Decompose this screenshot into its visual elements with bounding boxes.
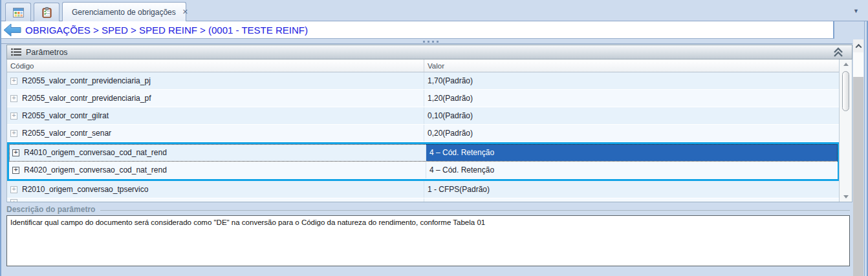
table-row[interactable]: R2010_origem_conversao_tpservico 1 - CFP…: [7, 181, 840, 198]
window-vertical-scrollbar[interactable]: [853, 39, 863, 276]
parameter-code: R2055_valor_contr_previdenciaria_pj: [22, 76, 151, 85]
parameter-value: 4 – Cód. Retenção: [429, 165, 494, 175]
expand-icon[interactable]: [10, 112, 17, 120]
description-text-box: Identificar qual campo do documento será…: [6, 215, 850, 266]
panel-title: Parâmetros: [26, 48, 828, 57]
double-chevron-up-icon: [832, 47, 844, 58]
parameter-value: 0,10(Padrão): [428, 111, 473, 120]
table-row[interactable]: R2055_valor_contr_previdenciaria_pf 1,20…: [7, 90, 840, 107]
column-header-codigo[interactable]: Código: [7, 59, 424, 72]
expand-icon[interactable]: [12, 167, 19, 174]
description-text: Identificar qual campo do documento será…: [10, 218, 485, 226]
parameters-grid: Código Valor R2055_valor_contr_previdenc…: [6, 59, 852, 202]
breadcrumb: OBRIGAÇÕES > SPED > SPED REINF > (0001 -…: [25, 25, 308, 36]
window-scrollbar-thumb[interactable]: [853, 52, 863, 77]
parameters-panel: Parâmetros Código Valor R2055_valor_cont…: [6, 45, 852, 202]
partial-table-row[interactable]: [7, 198, 840, 202]
tab-task-list[interactable]: [34, 3, 60, 21]
scroll-down-icon[interactable]: [840, 192, 852, 202]
table-row[interactable]: R4010_origem_conversao_cod_nat_rend 4 – …: [9, 144, 838, 162]
parameter-value: 1,70(Padrão): [428, 76, 473, 85]
expand-icon[interactable]: [10, 78, 17, 85]
tab-overflow-dropdown-icon[interactable]: ▼: [853, 8, 859, 14]
list-icon: [11, 48, 21, 56]
parameter-code: R2055_valor_contr_senar: [22, 129, 111, 138]
app-grid-icon: [13, 8, 24, 17]
expand-icon[interactable]: [10, 130, 17, 137]
tasklist-icon: [42, 7, 52, 18]
grid-vertical-scrollbar[interactable]: [839, 59, 852, 202]
scroll-up-icon[interactable]: [840, 59, 852, 69]
window-scroll-up-icon[interactable]: [853, 39, 863, 52]
back-arrow-icon[interactable]: [3, 23, 21, 37]
description-label-rule: [100, 210, 850, 211]
description-label: Descrição do parâmetro: [6, 205, 95, 214]
parameter-code: R4010_origem_conversao_cod_nat_rend: [24, 148, 167, 157]
table-row[interactable]: R2055_valor_contr_senar 0,20(Padrão): [7, 125, 840, 142]
window-right-frame: [864, 21, 868, 276]
parameter-value: 1,20(Padrão): [428, 94, 473, 103]
expand-icon[interactable]: [10, 95, 17, 102]
expand-icon[interactable]: [10, 186, 17, 193]
app-window: Gerenciamento de obrigações ✕ ▼ OBRIGAÇÕ…: [1, 0, 868, 276]
table-row[interactable]: R4020_origem_conversao_cod_nat_rend 4 – …: [9, 162, 838, 179]
horizontal-splitter[interactable]: [1, 39, 852, 44]
parameter-value: 1 - CFPS(Padrão): [428, 185, 490, 194]
grid-scrollbar-thumb[interactable]: [842, 71, 849, 111]
collapse-panel-button[interactable]: [832, 47, 844, 58]
expand-icon: [10, 199, 17, 202]
grid-column-headers: Código Valor: [7, 59, 840, 72]
breadcrumb-bar: OBRIGAÇÕES > SPED > SPED REINF > (0001 -…: [1, 21, 834, 39]
parameter-code: R2055_valor_contr_gilrat: [22, 111, 109, 120]
grid-data-area: Código Valor R2055_valor_contr_previdenc…: [7, 59, 840, 202]
expand-icon[interactable]: [12, 149, 19, 156]
parameter-code: R4020_origem_conversao_cod_nat_rend: [24, 165, 167, 175]
tab-gerenciamento-de-obrigacoes[interactable]: Gerenciamento de obrigações ✕: [62, 2, 186, 21]
close-icon[interactable]: ✕: [182, 8, 188, 16]
tab-bar: Gerenciamento de obrigações ✕ ▼: [1, 0, 868, 21]
table-row[interactable]: R2055_valor_contr_gilrat 0,10(Padrão): [7, 107, 840, 125]
tab-app-grid[interactable]: [5, 3, 31, 21]
splitter-grip-dots: [423, 41, 440, 43]
description-label-row: Descrição do parâmetro: [6, 205, 850, 214]
parameter-code: R2010_origem_conversao_tpservico: [22, 185, 148, 194]
parameter-value: 0,20(Padrão): [428, 129, 473, 138]
table-row[interactable]: R2055_valor_contr_previdenciaria_pj 1,70…: [7, 72, 840, 90]
highlighted-rows-group: R4010_origem_conversao_cod_nat_rend 4 – …: [7, 142, 840, 181]
active-tab-label: Gerenciamento de obrigações: [72, 8, 176, 17]
parameters-panel-header: Parâmetros: [6, 45, 852, 59]
parameter-value: 4 – Cód. Retenção: [429, 148, 494, 157]
column-header-valor[interactable]: Valor: [424, 59, 840, 72]
parameter-rows: R2055_valor_contr_previdenciaria_pj 1,70…: [7, 72, 840, 202]
parameter-code: R2055_valor_contr_previdenciaria_pf: [22, 94, 151, 103]
